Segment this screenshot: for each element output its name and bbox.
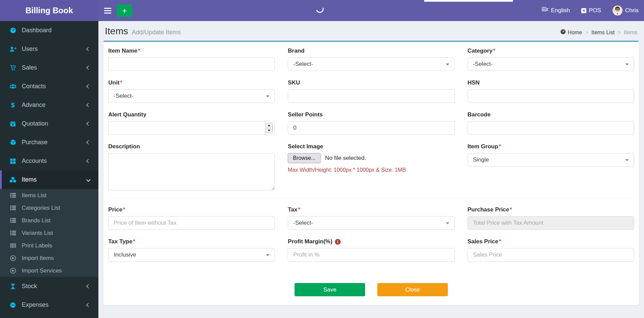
required-marker: *: [499, 238, 501, 245]
item-group-select[interactable]: Single: [468, 153, 634, 167]
sidebar-item-items[interactable]: Items: [0, 170, 98, 189]
seller-points-input[interactable]: [288, 121, 454, 135]
selected-value: -Select-: [473, 61, 493, 68]
sidebar-item-expenses[interactable]: Expenses: [0, 296, 98, 314]
user-menu[interactable]: Chris: [612, 5, 639, 16]
sidebar-item-dashboard[interactable]: Dashboard: [0, 21, 98, 40]
item-form-card: Item Name* Brand -Select- Category* -Sel…: [103, 41, 639, 305]
field-profit-margin: Profit Margin(%)i: [288, 238, 454, 262]
field-label: Alert Quantity: [108, 111, 146, 118]
list-icon: [8, 230, 17, 236]
dropdown-arrow-icon: [446, 222, 449, 224]
breadcrumb-home[interactable]: Home: [560, 29, 582, 36]
sidebar-item-users[interactable]: Users: [0, 40, 98, 58]
chevron-left-icon: [86, 303, 91, 307]
sidebar-item-contacts[interactable]: Contacts: [0, 77, 98, 96]
pos-button[interactable]: + POS: [581, 7, 601, 14]
field-label: Category: [468, 48, 493, 54]
sidebar-subitem-label: Print Labels: [22, 242, 52, 249]
field-label: Tax: [288, 206, 297, 213]
sidebar-item-quotation[interactable]: Quotation: [0, 114, 98, 133]
language-label: English: [551, 7, 570, 14]
field-label: Price: [108, 206, 122, 213]
category-select[interactable]: -Select-: [468, 57, 634, 71]
selected-value: -Select-: [293, 220, 313, 226]
profit-margin-input[interactable]: [288, 248, 454, 262]
language-menu[interactable]: English: [542, 7, 570, 14]
sidebar-item-label: Items: [22, 176, 37, 183]
unit-select[interactable]: -Select-: [108, 89, 275, 103]
hamburger-icon: [104, 8, 111, 9]
field-label: Tax Type: [108, 238, 132, 245]
field-item-group: Item Group* Single: [468, 143, 634, 192]
chevron-left-icon: [86, 284, 91, 288]
spinner-up-button[interactable]: [265, 123, 272, 128]
dropdown-arrow-icon: [625, 63, 629, 66]
field-select-image: Select Image Browse... No file selected.…: [288, 143, 454, 192]
barcode-input[interactable]: [468, 121, 634, 135]
selected-value: Single: [473, 156, 489, 163]
sidebar-subitem-categories-list[interactable]: Categories List: [0, 202, 98, 214]
sidebar-item-sales[interactable]: Sales: [0, 58, 98, 77]
close-button[interactable]: Close: [377, 283, 448, 296]
sku-input[interactable]: [288, 89, 454, 103]
sidebar-subitem-import-services[interactable]: Import Services: [0, 264, 98, 277]
sidebar-subitem-label: Brands List: [22, 217, 51, 224]
brand-title: Billing Book: [25, 6, 73, 15]
brand-select[interactable]: -Select-: [288, 57, 454, 71]
alert-quantity-input[interactable]: [108, 121, 275, 135]
field-description: Description: [108, 143, 275, 192]
sidebar-subitem-brands-list[interactable]: Brands List: [0, 214, 98, 227]
dashboard-icon: [8, 27, 17, 34]
sidebar-subitem-label: Import Services: [22, 267, 62, 274]
sidebar: Dashboard Users Sales Contacts $ Advance…: [0, 21, 98, 318]
browse-button[interactable]: Browse...: [288, 153, 321, 163]
dropdown-arrow-icon: [625, 159, 629, 161]
field-label: Seller Points: [288, 111, 323, 118]
sales-price-input[interactable]: [468, 248, 634, 262]
selected-value: Inclusive: [114, 251, 136, 258]
field-alert-quantity: Alert Quantity: [108, 111, 275, 135]
save-button[interactable]: Save: [295, 283, 365, 296]
field-hsn: HSN: [468, 79, 634, 103]
item-name-input[interactable]: [108, 57, 275, 71]
sidebar-subitem-items-list[interactable]: Items List: [0, 189, 98, 202]
grid-icon: [8, 158, 17, 164]
content-header: Items Add/Update Items Home > Items List…: [98, 21, 644, 41]
sidebar-subitem-variants-list[interactable]: Variants List: [0, 227, 98, 239]
tax-select[interactable]: -Select-: [288, 216, 454, 230]
hsn-input[interactable]: [468, 89, 634, 103]
breadcrumb-items-list[interactable]: Items List: [591, 30, 614, 36]
sidebar-subitem-import-items[interactable]: Import Items: [0, 252, 98, 264]
plus-icon: +: [122, 6, 127, 15]
tax-type-select[interactable]: Inclusive: [108, 248, 275, 262]
sidebar-item-purchase[interactable]: Purchase: [0, 133, 98, 152]
description-textarea[interactable]: [108, 153, 275, 190]
field-category: Category* -Select-: [468, 48, 634, 71]
field-label: HSN: [468, 79, 480, 86]
image-size-note: Max Width/Height: 1000px * 1000px & Size…: [288, 167, 454, 173]
field-label: Description: [108, 143, 140, 150]
sidebar-item-advance[interactable]: $ Advance: [0, 96, 98, 114]
cube-icon: [8, 139, 17, 146]
sidebar-item-label: Accounts: [22, 157, 47, 165]
sidebar-item-accounts[interactable]: Accounts: [0, 152, 98, 170]
sidebar-subitem-label: Variants List: [22, 230, 53, 237]
quick-add-button[interactable]: +: [117, 4, 132, 17]
purchase-price-input: [468, 216, 634, 230]
sidebar-item-label: Stock: [22, 283, 37, 290]
price-input[interactable]: [108, 216, 275, 230]
field-label: Unit: [108, 79, 119, 86]
hourglass-icon: [8, 283, 17, 289]
sidebar-toggle-button[interactable]: [99, 0, 116, 21]
field-label: SKU: [288, 79, 300, 86]
info-icon[interactable]: i: [335, 239, 341, 245]
field-price: Price*: [108, 206, 275, 230]
brand-logo[interactable]: Billing Book: [0, 0, 98, 21]
chevron-down-icon: [86, 177, 91, 182]
sidebar-item-stock[interactable]: Stock: [0, 277, 98, 296]
sidebar-subitem-print-labels[interactable]: Print Labels: [0, 239, 98, 252]
list-icon: [8, 192, 17, 198]
spinner-down-button[interactable]: [265, 128, 272, 133]
field-label: Brand: [288, 48, 304, 54]
